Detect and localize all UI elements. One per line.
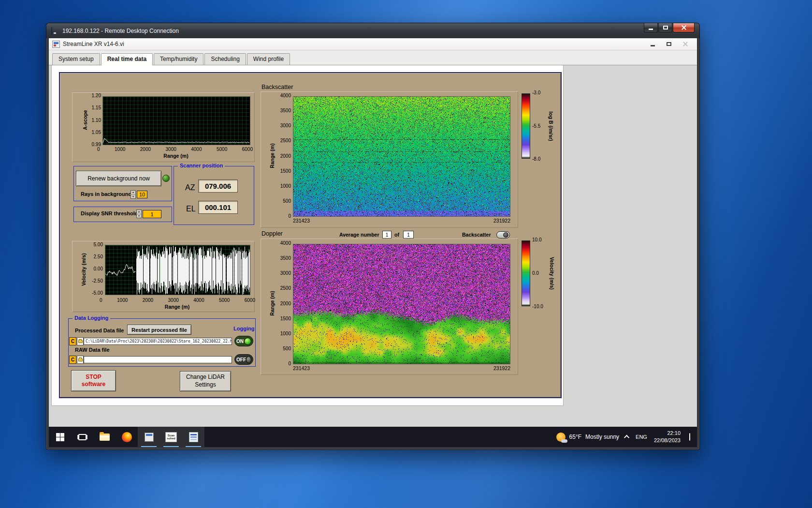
renew-background-button[interactable]: Renew background now (76, 171, 161, 186)
doppler-x-ticks: 231423 231922 (293, 366, 510, 371)
streamline-app-button[interactable] (138, 427, 160, 447)
backscatter-y-tick: 2500 (280, 138, 291, 143)
backscatter-x-tick-end: 231922 (493, 218, 510, 224)
change-lidar-settings-button[interactable]: Change LiDAR Settings (180, 371, 231, 391)
raw-logging-toggle[interactable]: OFF (234, 354, 253, 365)
snr-value-field[interactable]: 1 (143, 210, 161, 218)
data-logging-title: Data Logging (72, 315, 110, 321)
tab-scheduling[interactable]: Scheduling (204, 53, 246, 65)
average-total-field: 1 (403, 231, 414, 239)
show-hidden-icons-button[interactable] (619, 435, 636, 439)
app-window-controls (649, 41, 694, 47)
app-title: StreamLine XR v14-6.vi (63, 41, 124, 47)
ascope-y-ticks: 1.201.151.101.050.99 (87, 93, 101, 147)
backscatter-y-tick: 0 (288, 214, 291, 219)
ascope-x-tick: 0 (97, 147, 100, 152)
notification-icon (689, 433, 690, 441)
rdp-minimize-button[interactable] (644, 23, 658, 32)
taskbar-clock[interactable]: 22:10 22/08/2023 (654, 430, 681, 444)
minimize-icon (651, 45, 655, 46)
close-icon (681, 25, 687, 30)
app-vi-icon (52, 41, 60, 48)
rdp-title: 192.168.0.122 - Remote Desktop Connectio… (62, 28, 179, 34)
backscatter-y-tick: 2000 (280, 154, 291, 159)
az-label: AZ (185, 183, 195, 192)
doppler-colorbar-tick: -10.0 (532, 304, 549, 309)
document-app-icon (189, 432, 198, 442)
language-indicator[interactable]: ENG (636, 434, 647, 440)
scan-schedule-app-button[interactable]: Scan sched (160, 427, 182, 447)
processed-path-field[interactable]: C:\LiDAR\Data\Proc\2023\202308\20230822\… (84, 338, 232, 345)
restore-icon (667, 42, 671, 46)
app-titlebar[interactable]: StreamLine XR v14-6.vi (49, 38, 697, 50)
document-app-button[interactable] (182, 427, 204, 447)
ascope-plot-group: A-scope 1.201.151.101.050.99 01000200030… (72, 92, 255, 162)
raw-drive-selector[interactable]: C (69, 356, 76, 364)
app-close-button[interactable] (682, 41, 689, 47)
velocity-x-ticks: 0100020003000400050006000 (100, 298, 255, 303)
folder-icon (78, 340, 83, 343)
processed-browse-button[interactable] (77, 337, 84, 345)
scanner-position-title: Scanner position (178, 163, 225, 169)
restart-processed-file-button[interactable]: Restart processed file (127, 325, 191, 335)
action-center-button[interactable] (689, 433, 690, 440)
backscatter-plot-group: Range (m) 400035003000250020001500100050… (261, 91, 518, 228)
tab-bar: System setup Real time data Temp/humidit… (49, 50, 697, 65)
scanner-position-group: Scanner position AZ 079.006 EL 000.101 (174, 166, 254, 225)
rays-value-field[interactable]: 10 (137, 191, 147, 198)
scan-icon-text: sched (167, 437, 175, 440)
ascope-x-tick: 6000 (242, 147, 253, 152)
doppler-y-axis-label: Range (m) (269, 291, 275, 315)
scan-schedule-app-icon: Scan sched (165, 432, 177, 442)
backscatter-colorbar-tick: -3.0 (532, 90, 547, 95)
backscatter-colorbar-label: log B (/m/sr) (548, 111, 554, 141)
backscatter-colorbar-tick: -8.0 (532, 157, 547, 162)
velocity-x-tick: 2000 (143, 298, 153, 303)
ascope-y-tick: 1.05 (92, 130, 101, 135)
backscatter-toggle[interactable] (496, 231, 510, 239)
task-view-icon (78, 434, 87, 440)
tab-temp-humidity[interactable]: Temp/humidity (154, 53, 203, 65)
taskbar: Scan sched 65°F Mostly sunny ENG 22:10 (49, 427, 697, 447)
doppler-y-tick: 3000 (280, 271, 291, 276)
rdp-titlebar[interactable]: 192.168.0.122 - Remote Desktop Connectio… (46, 23, 699, 38)
raw-browse-button[interactable] (77, 356, 84, 364)
off-led (246, 356, 251, 363)
firefox-button[interactable] (116, 427, 138, 447)
toggle-knob (503, 232, 508, 238)
rdp-close-button[interactable] (673, 23, 695, 32)
velocity-y-tick: 2.50 (94, 254, 103, 259)
doppler-plot-group: Range (m) 400035003000250020001500100050… (261, 239, 518, 375)
processed-drive-selector[interactable]: C (69, 337, 76, 345)
file-explorer-button[interactable] (93, 427, 116, 447)
doppler-colorbar (522, 240, 530, 306)
snr-spinner[interactable]: ▲▼ (136, 209, 142, 218)
rdp-monitor-icon (51, 28, 59, 34)
raw-path-field[interactable] (84, 356, 232, 363)
tab-real-time-data[interactable]: Real time data (101, 53, 153, 65)
backscatter-heatmap (293, 96, 510, 217)
ascope-x-tick: 3000 (166, 147, 176, 152)
weather-widget[interactable]: 65°F Mostly sunny (556, 433, 620, 442)
stop-software-button[interactable]: STOP software (71, 370, 116, 391)
doppler-y-tick: 1500 (280, 316, 291, 321)
data-logging-group: Data Logging Processed Data file Restart… (68, 318, 256, 367)
task-view-button[interactable] (71, 427, 93, 447)
tab-system-setup[interactable]: System setup (52, 53, 100, 65)
average-number-field[interactable]: 1 (382, 231, 392, 239)
tab-wind-profile[interactable]: Wind profile (247, 53, 290, 65)
average-number-label: Average number (339, 232, 379, 238)
velocity-y-tick: 0.00 (94, 267, 103, 271)
start-button[interactable] (49, 427, 71, 447)
backscatter-y-axis-label: Range (m) (269, 143, 275, 168)
processed-logging-toggle[interactable]: ON (234, 336, 253, 346)
snr-threshold-label: Display SNR threshold (81, 210, 138, 217)
app-restore-button[interactable] (666, 41, 672, 47)
desktop: 192.168.0.122 - Remote Desktop Connectio… (0, 0, 812, 508)
app-minimize-button[interactable] (649, 41, 656, 47)
rdp-maximize-button[interactable] (658, 23, 672, 32)
weather-description: Mostly sunny (585, 433, 619, 440)
rays-spinner[interactable]: ▲▼ (130, 190, 136, 199)
velocity-y-tick: -2.50 (92, 279, 103, 284)
doppler-colorbar-tick: 10.0 (532, 238, 549, 242)
